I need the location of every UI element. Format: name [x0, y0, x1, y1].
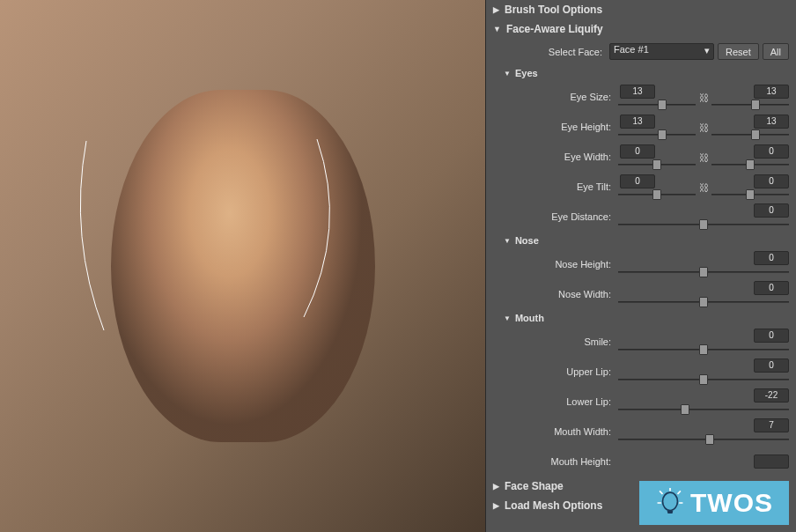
link-icon[interactable]: ⛓	[698, 92, 709, 104]
mouth-width-slider[interactable]	[618, 434, 789, 445]
lightbulb-icon	[655, 488, 685, 518]
param-label: Eye Height:	[486, 122, 618, 132]
smile-row: Smile: 0	[486, 327, 796, 357]
smile-slider[interactable]	[618, 344, 789, 355]
eye-height-right-input[interactable]: 13	[754, 115, 789, 129]
param-label: Eye Size:	[486, 92, 618, 102]
eye-size-left-slider[interactable]	[618, 100, 696, 110]
mouth-width-row: Mouth Width: 7	[486, 417, 796, 447]
eye-size-left-input[interactable]: 13	[620, 85, 655, 99]
group-label: Mouth	[515, 313, 544, 323]
upper-lip-input[interactable]: 0	[754, 358, 789, 373]
eye-tilt-left-input[interactable]: 0	[620, 174, 655, 188]
link-icon[interactable]: ⛓	[698, 181, 709, 194]
group-label: Eyes	[515, 68, 538, 78]
watermark-text: TWOS	[690, 488, 773, 518]
eye-tilt-right-input[interactable]: 0	[754, 174, 789, 188]
eye-height-left-slider[interactable]	[618, 129, 696, 140]
eye-height-row: Eye Height: 13 ⛓ 13	[486, 112, 796, 142]
nose-group-header[interactable]: ▼ Nose	[486, 232, 796, 249]
param-label: Eye Distance:	[486, 211, 618, 222]
eye-tilt-left-slider[interactable]	[618, 189, 696, 200]
nose-height-row: Nose Height: 0	[486, 249, 796, 279]
face-aware-liquify-header[interactable]: Face-Aware Liquify	[486, 19, 796, 39]
eye-height-left-input[interactable]: 13	[620, 115, 655, 129]
watermark-badge: TWOS	[639, 481, 789, 525]
all-button[interactable]: All	[763, 43, 789, 60]
disclosure-triangle-icon: ▼	[504, 314, 511, 322]
group-label: Nose	[515, 235, 539, 246]
mouth-width-input[interactable]: 7	[754, 418, 789, 432]
eye-distance-slider[interactable]	[618, 219, 789, 230]
nose-height-slider[interactable]	[618, 267, 789, 277]
section-label: Face Shape	[505, 480, 564, 492]
eye-distance-row: Eye Distance: 0	[486, 202, 796, 232]
mouth-height-input[interactable]	[754, 454, 789, 469]
disclosure-triangle-icon	[493, 25, 501, 33]
eye-tilt-row: Eye Tilt: 0 ⛓ 0	[486, 172, 796, 202]
brush-tool-options-header[interactable]: Brush Tool Options	[486, 0, 796, 19]
svg-point-0	[663, 492, 678, 510]
eye-width-right-input[interactable]: 0	[754, 144, 789, 159]
param-label: Mouth Width:	[486, 426, 618, 437]
link-icon[interactable]: ⛓	[698, 151, 709, 164]
disclosure-triangle-icon: ▼	[504, 237, 511, 245]
disclosure-triangle-icon	[493, 482, 499, 491]
param-label: Eye Tilt:	[486, 181, 618, 192]
eye-size-row: Eye Size: 13 ⛓ 13	[486, 82, 796, 112]
eye-height-right-slider[interactable]	[711, 129, 789, 140]
eye-width-right-slider[interactable]	[711, 159, 789, 170]
face-guide-overlay	[0, 0, 485, 532]
eye-width-left-input[interactable]: 0	[620, 144, 655, 159]
mouth-height-row: Mouth Height:	[486, 447, 796, 477]
eye-size-right-input[interactable]: 13	[754, 85, 789, 99]
disclosure-triangle-icon: ▼	[504, 70, 511, 78]
eye-width-row: Eye Width: 0 ⛓ 0	[486, 142, 796, 172]
nose-height-input[interactable]: 0	[754, 251, 789, 265]
lower-lip-input[interactable]: -22	[754, 388, 789, 403]
eye-width-left-slider[interactable]	[618, 159, 696, 170]
smile-input[interactable]: 0	[754, 329, 789, 343]
image-canvas[interactable]	[0, 0, 485, 532]
section-label: Face-Aware Liquify	[506, 23, 603, 35]
lower-lip-slider[interactable]	[618, 404, 789, 415]
link-icon[interactable]: ⛓	[698, 122, 709, 134]
param-label: Nose Width:	[486, 289, 618, 299]
disclosure-triangle-icon	[493, 501, 499, 510]
disclosure-triangle-icon	[493, 5, 499, 14]
mouth-group-header[interactable]: ▼ Mouth	[486, 309, 796, 327]
select-face-dropdown[interactable]: Face #1	[609, 43, 714, 60]
upper-lip-slider[interactable]	[618, 374, 789, 385]
upper-lip-row: Upper Lip: 0	[486, 357, 796, 387]
nose-width-input[interactable]: 0	[754, 281, 789, 295]
nose-width-slider[interactable]	[618, 297, 789, 307]
eye-distance-input[interactable]: 0	[754, 203, 789, 218]
section-label: Load Mesh Options	[505, 499, 602, 512]
nose-width-row: Nose Width: 0	[486, 279, 796, 309]
param-label: Eye Width:	[486, 151, 618, 162]
param-label: Nose Height:	[486, 259, 618, 270]
param-label: Smile:	[486, 336, 618, 347]
select-face-label: Select Face:	[486, 47, 609, 57]
eye-size-right-slider[interactable]	[711, 100, 789, 110]
param-label: Upper Lip:	[486, 366, 618, 377]
liquify-properties-panel: Brush Tool Options Face-Aware Liquify Se…	[485, 0, 796, 532]
lower-lip-row: Lower Lip: -22	[486, 387, 796, 417]
section-label: Brush Tool Options	[505, 4, 602, 16]
param-label: Lower Lip:	[486, 396, 618, 407]
eyes-group-header[interactable]: ▼ Eyes	[486, 64, 796, 82]
eye-tilt-right-slider[interactable]	[711, 189, 789, 200]
param-label: Mouth Height:	[486, 456, 618, 467]
reset-button[interactable]: Reset	[718, 43, 759, 60]
